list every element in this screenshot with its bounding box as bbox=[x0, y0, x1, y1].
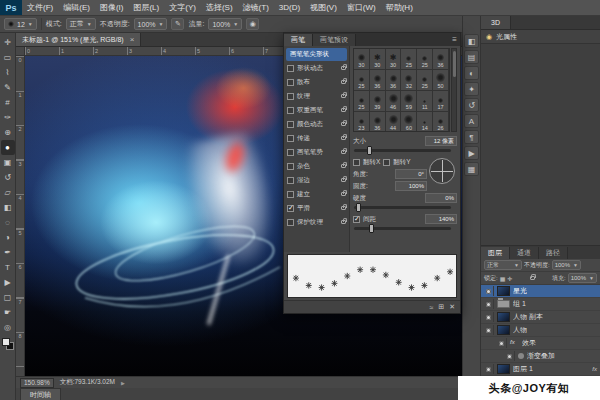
angle-roundness-control[interactable] bbox=[429, 158, 455, 184]
mode-select[interactable]: 正常 ▼ bbox=[66, 18, 96, 30]
checkbox[interactable] bbox=[287, 149, 294, 156]
visibility-eye-icon[interactable] bbox=[505, 351, 515, 361]
brush-preset[interactable]: 30 bbox=[354, 49, 370, 70]
brush-preset[interactable]: 25 bbox=[354, 70, 370, 91]
hand-tool[interactable]: ☛ bbox=[1, 305, 15, 320]
menu-item[interactable]: 滤镜(T) bbox=[238, 2, 274, 13]
brush-tip-shape-item[interactable]: 画笔笔尖形状 bbox=[286, 48, 347, 61]
brush-option-row[interactable]: 画笔笔势 bbox=[284, 145, 349, 159]
clone-stamp-tool[interactable]: ▣ bbox=[1, 155, 15, 170]
document-tab[interactable]: 未标题-1 @ 151% (星光, RGB/8) × bbox=[16, 33, 141, 46]
scrollbar[interactable] bbox=[451, 48, 457, 132]
brush-preset[interactable]: 26 bbox=[433, 112, 449, 132]
delete-brush-icon[interactable]: ✕ bbox=[449, 303, 455, 311]
brush-option-row[interactable]: 纹理 bbox=[284, 89, 349, 103]
brush-preset[interactable]: 11 bbox=[417, 91, 433, 112]
spacing-slider[interactable] bbox=[354, 227, 451, 230]
slider-knob[interactable] bbox=[369, 224, 374, 233]
move-tool[interactable]: ✛ bbox=[1, 35, 15, 50]
slider-knob[interactable] bbox=[356, 203, 361, 212]
效果[interactable]: 效果 fx bbox=[481, 337, 600, 350]
tab-3d[interactable]: 3D bbox=[481, 16, 511, 29]
marquee-tool[interactable]: ▭ bbox=[1, 50, 15, 65]
brush-preset[interactable]: 36 bbox=[386, 70, 402, 91]
brush-panel-tab[interactable]: 画笔预设 bbox=[313, 34, 356, 46]
path-selection-tool[interactable]: ▶ bbox=[1, 275, 15, 290]
tab-timeline[interactable]: 时间轴 bbox=[20, 388, 61, 400]
size-slider[interactable] bbox=[354, 149, 451, 152]
brush-preset[interactable]: 25 bbox=[354, 91, 370, 112]
swatches-panel-icon[interactable]: ▤ bbox=[464, 50, 479, 64]
visibility-eye-icon[interactable] bbox=[484, 364, 494, 374]
dodge-tool[interactable]: ◑ bbox=[1, 230, 15, 245]
shape-tool[interactable]: ▢ bbox=[1, 290, 15, 305]
crop-tool[interactable]: # bbox=[1, 95, 15, 110]
menu-item[interactable]: 选择(S) bbox=[201, 2, 238, 13]
color-swatches[interactable] bbox=[2, 338, 14, 350]
组 1[interactable]: 组 1 fx bbox=[481, 298, 600, 311]
lock-transparency-icon[interactable]: ▦ bbox=[500, 275, 506, 282]
brush-option-row[interactable]: 传递 bbox=[284, 131, 349, 145]
layer-fill-input[interactable]: 100% ▼ bbox=[568, 273, 597, 283]
menu-item[interactable]: 视图(V) bbox=[305, 2, 342, 13]
layers-panel-tab[interactable]: 通道 bbox=[510, 247, 539, 259]
menu-item[interactable]: 文件(F) bbox=[22, 2, 58, 13]
zoom-tool[interactable]: ◎ bbox=[1, 320, 15, 335]
人物 副本[interactable]: 人物 副本 fx bbox=[481, 311, 600, 324]
brush-preset[interactable]: 36 bbox=[370, 70, 386, 91]
lock-position-icon[interactable]: ✛ bbox=[507, 275, 512, 282]
flip-x-checkbox[interactable] bbox=[353, 159, 360, 166]
slider-knob[interactable] bbox=[367, 146, 372, 155]
brush-stroke-toggle-icon[interactable]: ≈ bbox=[429, 304, 433, 311]
checkbox[interactable] bbox=[287, 163, 294, 170]
brush-option-row[interactable]: 平滑 bbox=[284, 201, 349, 215]
visibility-eye-icon[interactable] bbox=[484, 286, 494, 296]
brush-preset[interactable]: 39 bbox=[370, 91, 386, 112]
eraser-tool[interactable]: ▱ bbox=[1, 185, 15, 200]
brush-option-row[interactable]: 杂色 bbox=[284, 159, 349, 173]
brush-preset[interactable]: 23 bbox=[354, 112, 370, 132]
pen-pressure-icon[interactable]: ✎ bbox=[171, 18, 184, 30]
brush-preset[interactable]: 14 bbox=[417, 112, 433, 132]
lock-all-icon[interactable] bbox=[530, 276, 535, 280]
menu-item[interactable]: 图像(I) bbox=[95, 2, 129, 13]
星光[interactable]: 星光 fx bbox=[481, 285, 600, 298]
brush-option-row[interactable]: 散布 bbox=[284, 75, 349, 89]
character-panel-icon[interactable]: A bbox=[464, 114, 479, 128]
brush-preset[interactable]: 17 bbox=[433, 91, 449, 112]
airbrush-icon[interactable]: ◉ bbox=[246, 18, 259, 30]
opacity-select[interactable]: 100% ▼ bbox=[134, 18, 168, 30]
checkbox[interactable] bbox=[287, 79, 294, 86]
brush-preset[interactable]: 30 bbox=[370, 49, 386, 70]
layers-panel-tab[interactable]: 图层 bbox=[481, 247, 510, 259]
lasso-tool[interactable]: ⌇ bbox=[1, 65, 15, 80]
new-brush-icon[interactable]: ⊞ bbox=[438, 303, 444, 311]
brush-preset[interactable]: 59 bbox=[401, 91, 417, 112]
adjustments-panel-icon[interactable]: ◐ bbox=[464, 66, 479, 80]
actions-panel-icon[interactable]: ▶ bbox=[464, 146, 479, 160]
eyedropper-tool[interactable]: ✑ bbox=[1, 110, 15, 125]
图层 1[interactable]: 图层 1 fx bbox=[481, 363, 600, 376]
brush-tool[interactable]: ● bbox=[1, 140, 15, 155]
brush-option-row[interactable]: 建立 bbox=[284, 187, 349, 201]
checkbox[interactable] bbox=[287, 135, 294, 142]
spacing-input[interactable]: 140% bbox=[425, 214, 457, 224]
渐变叠加[interactable]: 渐变叠加 fx bbox=[481, 350, 600, 363]
menu-item[interactable]: 窗口(W) bbox=[342, 2, 381, 13]
info-panel-icon[interactable]: ▦ bbox=[464, 162, 479, 176]
checkbox[interactable] bbox=[287, 121, 294, 128]
zoom-level[interactable]: 150.98% bbox=[20, 378, 54, 388]
brush-preset[interactable]: 32 bbox=[401, 70, 417, 91]
人物[interactable]: 人物 fx bbox=[481, 324, 600, 337]
brush-preset[interactable]: 36 bbox=[433, 49, 449, 70]
checkbox[interactable] bbox=[287, 107, 294, 114]
pen-tool[interactable]: ✒ bbox=[1, 245, 15, 260]
brush-panel-tab[interactable]: 画笔 bbox=[284, 34, 313, 46]
spacing-checkbox[interactable] bbox=[353, 216, 360, 223]
hardness-input[interactable]: 0% bbox=[425, 193, 457, 203]
flow-select[interactable]: 100% ▼ bbox=[208, 18, 242, 30]
history-brush-tool[interactable]: ↺ bbox=[1, 170, 15, 185]
hardness-slider[interactable] bbox=[354, 206, 451, 209]
flip-y-checkbox[interactable] bbox=[383, 159, 390, 166]
visibility-eye-icon[interactable] bbox=[484, 325, 494, 335]
